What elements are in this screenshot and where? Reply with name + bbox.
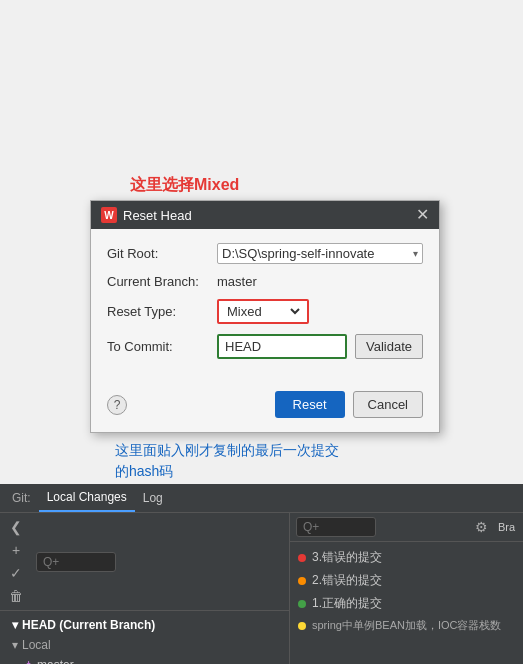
tab-log[interactable]: Log (135, 485, 171, 511)
left-search-input[interactable] (36, 552, 116, 572)
instruction-bottom: 这里面贴入刚才复制的最后一次提交 的hash码 (115, 440, 339, 482)
to-commit-row: To Commit: Validate (107, 334, 423, 359)
dialog-app-icon: W (101, 207, 117, 223)
local-label: Local (22, 638, 51, 652)
left-panel: ❮ + ✓ 🗑 ▾ HEAD (Current Branch) ▾ Local (0, 513, 290, 664)
right-panel: ⚙ Bra 3.错误的提交 2.错误的提交 1.正确的提交 (290, 513, 523, 664)
left-toolbar: ❮ + ✓ 🗑 (0, 513, 289, 611)
commit-label-2: 2.错误的提交 (312, 572, 382, 589)
footer-buttons: Reset Cancel (275, 391, 423, 418)
tab-local-changes[interactable]: Local Changes (39, 484, 135, 512)
help-button[interactable]: ? (107, 395, 127, 415)
commit-list: 3.错误的提交 2.错误的提交 1.正确的提交 spring中单例BEAN加载，… (290, 542, 523, 664)
git-root-row: Git Root: D:\SQ\spring-self-innovate ▾ (107, 243, 423, 264)
commit-item-1[interactable]: 3.错误的提交 (290, 546, 523, 569)
reset-button[interactable]: Reset (275, 391, 345, 418)
commit-label-3: 1.正确的提交 (312, 595, 382, 612)
add-button[interactable]: + (6, 540, 26, 560)
current-branch-label: Current Branch: (107, 274, 217, 289)
dialog-body: Git Root: D:\SQ\spring-self-innovate ▾ C… (91, 229, 439, 383)
reset-type-select-wrapper: Mixed Soft Hard (217, 299, 309, 324)
validate-button[interactable]: Validate (355, 334, 423, 359)
instruction-top: 这里选择Mixed (130, 175, 239, 196)
git-root-arrow-icon: ▾ (413, 248, 418, 259)
to-commit-input[interactable] (219, 336, 345, 357)
cancel-button[interactable]: Cancel (353, 391, 423, 418)
settings-icon[interactable]: ⚙ (473, 517, 490, 537)
commit-item-2[interactable]: 2.错误的提交 (290, 569, 523, 592)
dialog-footer: ? Reset Cancel (91, 383, 439, 432)
commit-dot-yellow (298, 622, 306, 630)
head-label: HEAD (Current Branch) (22, 618, 155, 632)
commit-label-4: spring中单例BEAN加载，IOC容器栈数 (312, 618, 501, 633)
chevron-left-button[interactable]: ❮ (6, 517, 26, 537)
instruction-bottom-line2: 的hash码 (115, 461, 339, 482)
right-toolbar: ⚙ Bra (290, 513, 523, 542)
instruction-bottom-line1: 这里面贴入刚才复制的最后一次提交 (115, 440, 339, 461)
commit-dot-orange (298, 577, 306, 585)
commit-dot-red (298, 554, 306, 562)
current-branch-value: master (217, 274, 257, 289)
git-label: Git: (8, 485, 35, 511)
commit-item-4[interactable]: spring中单例BEAN加载，IOC容器栈数 (290, 615, 523, 636)
git-root-label: Git Root: (107, 246, 217, 261)
branch-icon: ⋔ (24, 659, 33, 665)
commit-item-3[interactable]: 1.正确的提交 (290, 592, 523, 615)
right-search-input[interactable] (296, 517, 376, 537)
tree-item-master[interactable]: ⋔ master (0, 655, 289, 664)
master-label: master (37, 658, 74, 664)
delete-button[interactable]: 🗑 (6, 586, 26, 606)
reset-head-dialog: W Reset Head ✕ Git Root: D:\SQ\spring-se… (90, 200, 440, 433)
dialog-titlebar: W Reset Head ✕ (91, 201, 439, 229)
commit-dot-green (298, 600, 306, 608)
branch-label-icon: Bra (496, 519, 517, 535)
reset-type-label: Reset Type: (107, 304, 217, 319)
current-branch-row: Current Branch: master (107, 274, 423, 289)
tree-item-head[interactable]: ▾ HEAD (Current Branch) (0, 615, 289, 635)
bottom-panel: Git: Local Changes Log ❮ + ✓ 🗑 ▾ HE (0, 484, 523, 664)
expand-local-icon: ▾ (12, 638, 18, 652)
check-button[interactable]: ✓ (6, 563, 26, 583)
tree-item-local[interactable]: ▾ Local (0, 635, 289, 655)
reset-type-row: Reset Type: Mixed Soft Hard (107, 299, 423, 324)
reset-type-select[interactable]: Mixed Soft Hard (223, 303, 303, 320)
tree-area: ▾ HEAD (Current Branch) ▾ Local ⋔ master… (0, 611, 289, 664)
expand-icon: ▾ (12, 618, 18, 632)
bottom-tabs: Git: Local Changes Log (0, 484, 523, 513)
commit-label-1: 3.错误的提交 (312, 549, 382, 566)
git-root-value: D:\SQ\spring-self-innovate (222, 246, 409, 261)
git-root-select[interactable]: D:\SQ\spring-self-innovate ▾ (217, 243, 423, 264)
to-commit-input-wrapper (217, 334, 347, 359)
bottom-content: ❮ + ✓ 🗑 ▾ HEAD (Current Branch) ▾ Local (0, 513, 523, 664)
dialog-titlebar-left: W Reset Head (101, 207, 192, 223)
dialog-close-button[interactable]: ✕ (416, 207, 429, 223)
dialog-title: Reset Head (123, 208, 192, 223)
to-commit-label: To Commit: (107, 339, 217, 354)
